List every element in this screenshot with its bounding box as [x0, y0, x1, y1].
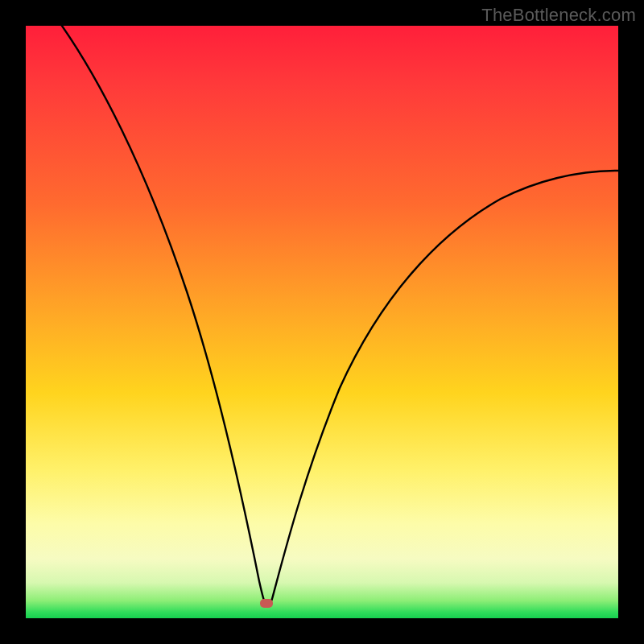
- bottleneck-curve: [26, 26, 618, 618]
- curve-path: [52, 26, 618, 605]
- chart-frame: TheBottleneck.com: [0, 0, 644, 644]
- optimal-marker: [260, 599, 273, 608]
- plot-area: [26, 26, 618, 618]
- watermark-text: TheBottleneck.com: [481, 5, 636, 26]
